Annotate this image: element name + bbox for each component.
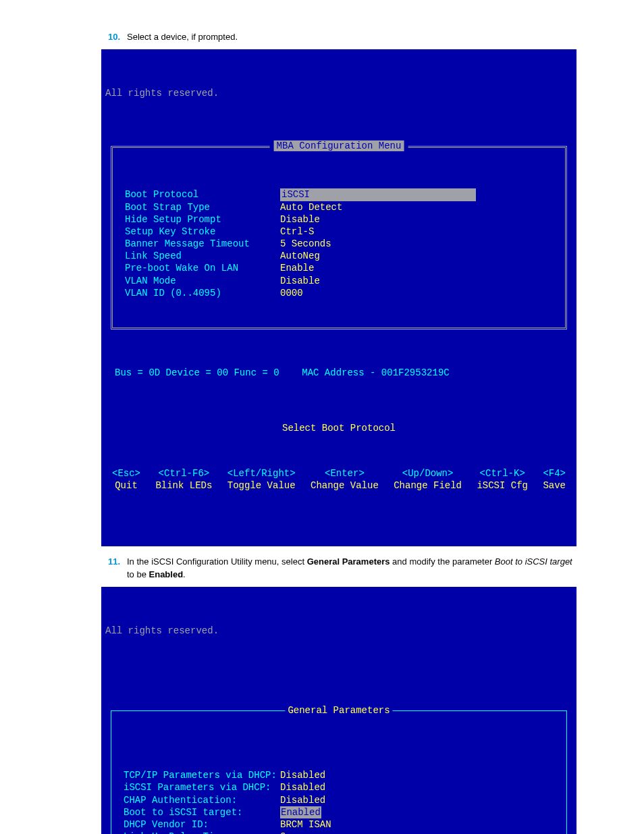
- config-row: Boot ProtocoliSCSI: [125, 188, 553, 201]
- param-label: iSCSI Parameters via DHCP:: [124, 781, 280, 793]
- param-row: TCP/IP Parameters via DHCP:Disabled: [124, 769, 554, 781]
- step-number: 11.: [101, 556, 120, 569]
- config-row: Setup Key StrokeCtrl-S: [125, 226, 553, 238]
- bios-status-line: Bus = 0D Device = 00 Func = 0 MAC Addres…: [105, 360, 572, 379]
- key-hint: <Ctrl-K>iSCSI Cfg: [477, 467, 528, 492]
- config-value: 0000: [280, 287, 303, 299]
- config-row: Boot Strap TypeAuto Detect: [125, 201, 553, 213]
- param-value: 0: [280, 831, 286, 834]
- config-value: Enable: [280, 262, 314, 274]
- param-row: Boot to iSCSI target:Enabled: [124, 806, 554, 818]
- param-label: Boot to iSCSI target:: [124, 806, 280, 818]
- bios-mba-config: All rights reserved. MBA Configuration M…: [101, 49, 576, 546]
- config-row: VLAN ModeDisable: [125, 275, 553, 287]
- config-label: Hide Setup Prompt: [125, 213, 280, 226]
- config-value: AutoNeg: [280, 250, 320, 262]
- key-hint: <Left/Right>Toggle Value: [227, 467, 296, 492]
- key-hint: <Ctrl-F6>Blink LEDs: [155, 467, 212, 492]
- param-row: CHAP Authentication:Disabled: [124, 794, 554, 806]
- config-value: Disable: [280, 213, 320, 226]
- step-10: 10. Select a device, if prompted.: [101, 31, 576, 44]
- config-value: iSCSI: [280, 188, 476, 201]
- config-value: Ctrl-S: [280, 226, 314, 238]
- config-value: 5 Seconds: [280, 238, 331, 250]
- key-hint: <Enter>Change Value: [311, 467, 379, 492]
- config-label: Banner Message Timeout: [125, 238, 280, 250]
- param-row: Link Up Delay Time:0: [124, 831, 554, 834]
- key-hint: <F4>Save: [543, 467, 566, 492]
- key-hint: <Esc>Quit: [112, 467, 140, 492]
- param-value: BRCM ISAN: [280, 818, 331, 831]
- param-label: DHCP Vendor ID:: [124, 818, 280, 831]
- param-value: Disabled: [280, 769, 325, 781]
- param-row: DHCP Vendor ID:BRCM ISAN: [124, 818, 554, 831]
- bios-general-params: All rights reserved. General Parameters …: [101, 587, 576, 834]
- mba-config-title: MBA Configuration Menu: [270, 140, 408, 152]
- param-label: TCP/IP Parameters via DHCP:: [124, 769, 280, 781]
- bios-keys-row: <Esc>Quit<Ctrl-F6>Blink LEDs<Left/Right>…: [105, 463, 572, 494]
- mba-config-box: MBA Configuration Menu Boot ProtocoliSCS…: [111, 146, 567, 330]
- config-label: VLAN ID (0..4095): [125, 287, 280, 299]
- param-value: Disabled: [280, 781, 325, 793]
- config-row: Hide Setup PromptDisable: [125, 213, 553, 226]
- param-value: Enabled: [280, 806, 321, 818]
- param-row: iSCSI Parameters via DHCP:Disabled: [124, 781, 554, 793]
- config-label: Link Speed: [125, 250, 280, 262]
- config-label: Pre-boot Wake On LAN: [125, 262, 280, 274]
- config-label: Boot Strap Type: [125, 201, 280, 213]
- param-value: Disabled: [280, 794, 325, 806]
- general-params-box: General Parameters TCP/IP Parameters via…: [111, 710, 567, 834]
- step-11: 11. In the iSCSI Configuration Utility m…: [101, 556, 576, 581]
- config-label: Boot Protocol: [125, 188, 280, 201]
- config-row: Link SpeedAutoNeg: [125, 250, 553, 262]
- bios-hint: Select Boot Protocol: [105, 422, 572, 434]
- key-hint: <Up/Down>Change Field: [394, 467, 462, 492]
- config-value: Disable: [280, 275, 320, 287]
- param-label: CHAP Authentication:: [124, 794, 280, 806]
- step-text: In the iSCSI Configuration Utility menu,…: [127, 556, 572, 579]
- config-row: Banner Message Timeout5 Seconds: [125, 238, 553, 250]
- config-label: VLAN Mode: [125, 275, 280, 287]
- general-params-title: General Parameters: [285, 704, 392, 716]
- param-label: Link Up Delay Time:: [124, 831, 280, 834]
- config-row: Pre-boot Wake On LANEnable: [125, 262, 553, 274]
- config-label: Setup Key Stroke: [125, 226, 280, 238]
- bios-reserved-line: All rights reserved.: [105, 88, 219, 99]
- config-row: VLAN ID (0..4095)0000: [125, 287, 553, 299]
- step-text: Select a device, if prompted.: [127, 32, 238, 42]
- bios-reserved-line: All rights reserved.: [105, 625, 219, 636]
- step-number: 10.: [101, 31, 120, 44]
- config-value: Auto Detect: [280, 201, 342, 213]
